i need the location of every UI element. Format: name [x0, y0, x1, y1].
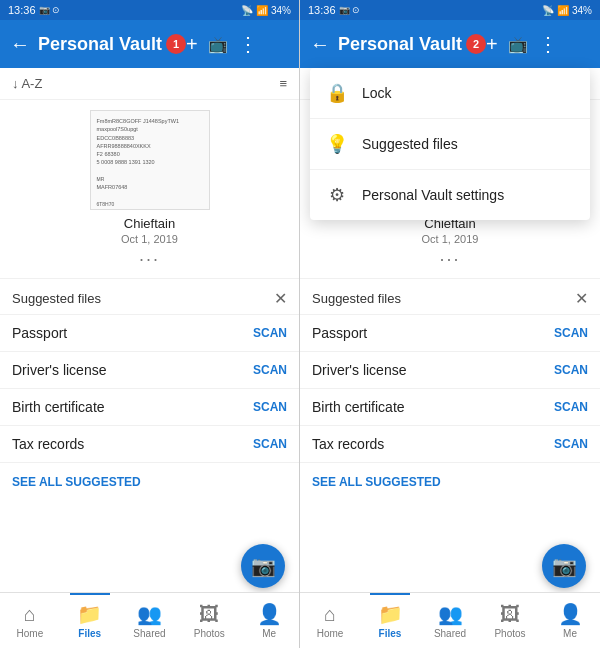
nav-label-me: Me: [262, 628, 276, 639]
nav-label-files: Files: [379, 628, 402, 639]
nav-label-shared: Shared: [133, 628, 165, 639]
nav-item-me[interactable]: 👤 Me: [540, 593, 600, 648]
more-icon[interactable]: ⋮: [538, 32, 558, 56]
scan-button[interactable]: SCAN: [554, 326, 588, 340]
dropdown-menu: 🔒 Lock 💡 Suggested files ⚙ Personal Vaul…: [310, 68, 590, 220]
status-bar-left: 13:36 📷 ⊙: [308, 4, 360, 16]
more-icon[interactable]: ⋮: [238, 32, 258, 56]
suggested-item: Driver's license SCAN: [300, 351, 600, 388]
scan-button[interactable]: SCAN: [253, 437, 287, 451]
camera-icon: 📷: [251, 554, 276, 578]
cast-icon[interactable]: 📺: [508, 35, 528, 54]
panel-1: 13:36 📷 ⊙ 📡 📶 34% ← Personal Vault 1 + 📺…: [0, 0, 300, 648]
nav-item-shared[interactable]: 👥 Shared: [420, 593, 480, 648]
nav-item-files[interactable]: 📁 Files: [360, 593, 420, 648]
suggested-item-name: Tax records: [312, 436, 384, 452]
see-all-button[interactable]: SEE ALL SUGGESTED: [0, 462, 299, 501]
suggested-item-name: Birth certificate: [312, 399, 405, 415]
suggested-item-name: Birth certificate: [12, 399, 105, 415]
panel-2: 13:36 📷 ⊙ 📡 📶 34% ← Personal Vault 2 + 📺…: [300, 0, 600, 648]
nav-item-photos[interactable]: 🖼 Photos: [179, 593, 239, 648]
file-date: Oct 1, 2019: [422, 233, 479, 245]
suggested-item: Birth certificate SCAN: [0, 388, 299, 425]
scan-button[interactable]: SCAN: [253, 363, 287, 377]
sort-bar: ↓ A-Z ≡: [0, 68, 299, 100]
cast-icon[interactable]: 📺: [208, 35, 228, 54]
header-icons: + 📺 ⋮: [486, 32, 558, 56]
nav-icon-home: ⌂: [24, 603, 36, 626]
suggested-title: Suggested files: [312, 291, 401, 306]
nav-icon-photos: 🖼: [500, 603, 520, 626]
nav-label-shared: Shared: [434, 628, 466, 639]
add-icon[interactable]: +: [486, 33, 498, 56]
nav-item-home[interactable]: ⌂ Home: [0, 593, 60, 648]
scan-button[interactable]: SCAN: [253, 400, 287, 414]
nav-item-home[interactable]: ⌂ Home: [300, 593, 360, 648]
title-area: Personal Vault 1: [38, 34, 186, 55]
suggested-item-name: Tax records: [12, 436, 84, 452]
suggested-item: Tax records SCAN: [300, 425, 600, 462]
status-icons-left: 📷 ⊙: [39, 5, 61, 15]
suggested-item: Passport SCAN: [300, 314, 600, 351]
camera-icon: 📷: [552, 554, 577, 578]
nav-label-photos: Photos: [194, 628, 225, 639]
app-header: ← Personal Vault 2 + 📺 ⋮: [300, 20, 600, 68]
nav-label-photos: Photos: [494, 628, 525, 639]
nav-label-home: Home: [17, 628, 44, 639]
time-display: 13:36: [308, 4, 336, 16]
header-icons: + 📺 ⋮: [186, 32, 258, 56]
suggested-header: Suggested files ✕: [0, 279, 299, 314]
scan-button[interactable]: SCAN: [253, 326, 287, 340]
sort-order: ↓ A-Z: [12, 76, 42, 91]
nav-item-me[interactable]: 👤 Me: [239, 593, 299, 648]
dropdown-item-personal-vault-settings[interactable]: ⚙ Personal Vault settings: [310, 170, 590, 220]
suggested-item: Tax records SCAN: [0, 425, 299, 462]
page-title: Personal Vault: [338, 34, 462, 55]
scan-button[interactable]: SCAN: [554, 400, 588, 414]
app-header: ← Personal Vault 1 + 📺 ⋮: [0, 20, 299, 68]
status-bar-right: 📡 📶 34%: [542, 5, 592, 16]
signal-icons: 📡 📶 34%: [241, 5, 291, 16]
back-button[interactable]: ←: [10, 33, 30, 56]
dropdown-item-label: Personal Vault settings: [362, 187, 504, 203]
suggested-item-name: Passport: [312, 325, 367, 341]
dropdown-item-lock[interactable]: 🔒 Lock: [310, 68, 590, 119]
file-options[interactable]: ···: [139, 249, 160, 270]
nav-label-home: Home: [317, 628, 344, 639]
status-bar-left: 13:36 📷 ⊙: [8, 4, 60, 16]
nav-label-files: Files: [78, 628, 101, 639]
nav-icon-files: 📁: [77, 602, 102, 626]
close-suggested-button[interactable]: ✕: [575, 289, 588, 308]
bottom-nav: ⌂ Home 📁 Files 👥 Shared 🖼 Photos 👤 Me: [300, 592, 600, 648]
nav-label-me: Me: [563, 628, 577, 639]
close-suggested-button[interactable]: ✕: [274, 289, 287, 308]
page-title: Personal Vault: [38, 34, 162, 55]
dropdown-item-icon: ⚙: [326, 184, 348, 206]
dropdown-item-suggested-files[interactable]: 💡 Suggested files: [310, 119, 590, 170]
back-button[interactable]: ←: [310, 33, 330, 56]
scan-button[interactable]: SCAN: [554, 363, 588, 377]
sort-label[interactable]: ↓ A-Z: [12, 76, 42, 91]
nav-icon-home: ⌂: [324, 603, 336, 626]
nav-icon-files: 📁: [378, 602, 403, 626]
scan-button[interactable]: SCAN: [554, 437, 588, 451]
badge-number: 2: [466, 34, 486, 54]
badge-number: 1: [166, 34, 186, 54]
nav-icon-me: 👤: [257, 602, 282, 626]
dropdown-item-label: Suggested files: [362, 136, 458, 152]
file-thumbnail: Fm8mR8C8GOFF J1448SpyTW1 maxpool7S0upgt …: [90, 110, 210, 210]
fab-camera-button[interactable]: 📷: [542, 544, 586, 588]
file-options[interactable]: ···: [439, 249, 460, 270]
fab-camera-button[interactable]: 📷: [241, 544, 285, 588]
nav-item-files[interactable]: 📁 Files: [60, 593, 120, 648]
status-bar-right: 📡 📶 34%: [241, 5, 291, 16]
status-icons-left: 📷 ⊙: [339, 5, 361, 15]
nav-item-shared[interactable]: 👥 Shared: [120, 593, 180, 648]
add-icon[interactable]: +: [186, 33, 198, 56]
see-all-button[interactable]: SEE ALL SUGGESTED: [300, 462, 600, 501]
menu-icon[interactable]: ≡: [279, 76, 287, 91]
nav-icon-shared: 👥: [137, 602, 162, 626]
file-date: Oct 1, 2019: [121, 233, 178, 245]
nav-item-photos[interactable]: 🖼 Photos: [480, 593, 540, 648]
suggested-item: Passport SCAN: [0, 314, 299, 351]
